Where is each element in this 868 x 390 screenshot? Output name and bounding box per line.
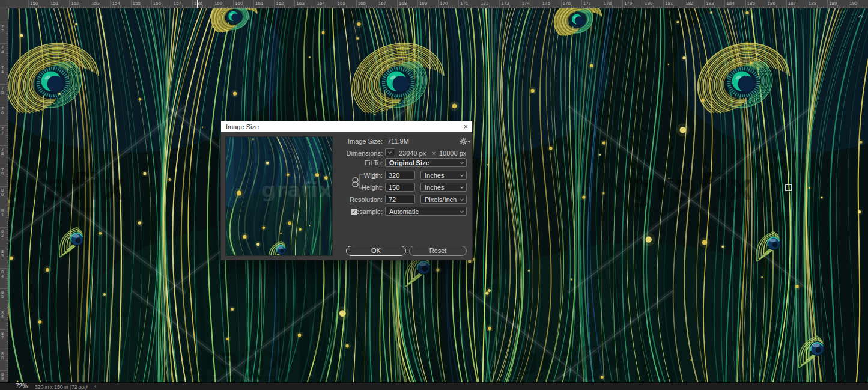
photoshop-window: 1501511521531541551561571581591601611621… xyxy=(0,0,868,390)
gear-menu-arrow-icon[interactable] xyxy=(468,141,470,143)
ruler-minor-tick xyxy=(797,5,797,8)
reset-button[interactable]: Reset xyxy=(409,246,467,256)
fit-to-select[interactable]: Original Size xyxy=(385,158,467,167)
ruler-tick-label: 171 xyxy=(460,1,468,6)
image-preview[interactable]: grafix xyxy=(225,136,333,256)
ruler-tick xyxy=(397,0,398,8)
ruler-minor-tick xyxy=(721,7,721,8)
ruler-minor-tick xyxy=(7,106,8,107)
width-unit-select[interactable]: Inches xyxy=(420,171,467,180)
ruler-minor-tick xyxy=(788,7,789,8)
gear-icon[interactable] xyxy=(459,137,467,145)
ruler-minor-tick xyxy=(51,7,52,8)
ruler-minor-tick xyxy=(378,7,379,8)
ruler-minor-tick xyxy=(714,5,715,8)
ruler-minor-tick xyxy=(7,276,8,277)
ruler-minor-tick xyxy=(249,7,250,8)
ruler-minor-tick xyxy=(583,7,584,8)
ruler-minor-tick xyxy=(252,7,252,8)
height-unit-select[interactable]: Inches xyxy=(420,183,467,192)
ruler-minor-tick xyxy=(756,5,756,8)
ruler-tick-label: 160 xyxy=(235,1,243,6)
status-prev-icon[interactable]: ‹ xyxy=(94,382,97,389)
ruler-minor-tick xyxy=(7,325,8,326)
ruler-minor-tick xyxy=(259,7,260,8)
ruler-minor-tick xyxy=(7,293,8,293)
ruler-minor-tick xyxy=(155,7,156,8)
ruler-minor-tick xyxy=(256,7,256,8)
ruler-minor-tick xyxy=(678,7,678,8)
ruler-tick xyxy=(0,248,8,248)
ruler-minor-tick xyxy=(6,156,8,156)
resolution-unit-select[interactable]: Pixels/Inch xyxy=(420,195,467,204)
resolution-input[interactable] xyxy=(385,195,415,204)
ruler-minor-tick xyxy=(596,7,596,8)
ruler-tick-label: 172 xyxy=(481,1,488,6)
ruler-minor-tick xyxy=(338,7,338,8)
ruler-minor-tick xyxy=(7,147,8,148)
ruler-minor-tick xyxy=(129,7,129,8)
ruler-minor-tick xyxy=(143,7,144,8)
ruler-tick-label: 162 xyxy=(276,1,284,6)
ruler-minor-tick xyxy=(307,7,308,8)
zoom-level-field[interactable]: 72% xyxy=(16,383,28,389)
ruler-minor-tick xyxy=(7,335,8,336)
width-input[interactable] xyxy=(385,171,415,180)
ruler-tick xyxy=(438,0,439,8)
ruler-minor-tick xyxy=(856,7,857,8)
svg-text:grafix: grafix xyxy=(628,166,754,208)
ruler-minor-tick xyxy=(712,7,713,8)
ruler-minor-tick xyxy=(7,68,8,69)
height-label: Height: xyxy=(362,184,383,192)
ruler-tick xyxy=(213,0,213,8)
ruler-minor-tick xyxy=(825,7,825,8)
ruler-minor-tick xyxy=(7,205,8,206)
ruler-minor-tick xyxy=(407,5,408,8)
svg-text:grafix: grafix xyxy=(517,341,624,376)
ruler-minor-tick xyxy=(7,364,8,365)
ruler-minor-tick xyxy=(325,5,326,8)
ruler-minor-tick xyxy=(47,7,47,8)
ruler-minor-tick xyxy=(436,7,437,8)
chevron-up-icon[interactable] xyxy=(859,10,862,21)
ruler-minor-tick xyxy=(88,7,88,8)
ruler-minor-tick xyxy=(7,348,8,349)
status-bar: 72% 320 in x 150 in (72 ppi) › ‹ xyxy=(0,382,868,390)
ruler-minor-tick xyxy=(593,7,594,8)
resample-select[interactable]: Automatic xyxy=(385,207,467,216)
close-icon[interactable]: × xyxy=(463,122,468,132)
height-input[interactable] xyxy=(385,183,415,192)
status-next-icon[interactable]: › xyxy=(86,382,88,389)
ruler-minor-tick xyxy=(7,119,8,120)
dimensions-chevron-button[interactable] xyxy=(385,148,395,156)
ruler-minor-tick xyxy=(317,7,318,8)
ruler-minor-tick xyxy=(768,7,768,8)
ruler-minor-tick xyxy=(471,7,472,8)
ruler-minor-tick xyxy=(446,7,447,8)
ruler-tick-label: 184 xyxy=(726,1,734,6)
ruler-minor-tick xyxy=(7,190,8,191)
chevron-down-icon[interactable] xyxy=(859,376,862,382)
ruler-minor-tick xyxy=(102,7,103,8)
ruler-minor-tick xyxy=(149,7,150,8)
ruler-tick xyxy=(0,125,8,126)
ruler-tick-label: 166 xyxy=(358,1,366,6)
ruler-minor-tick xyxy=(679,7,680,8)
ruler-minor-tick xyxy=(157,7,158,8)
ruler-minor-tick xyxy=(409,7,410,8)
ruler-corner[interactable] xyxy=(0,0,8,8)
ruler-horizontal[interactable]: 1501511521531541551561571581591601611621… xyxy=(8,0,868,8)
ruler-minor-tick xyxy=(235,7,235,8)
ruler-minor-tick xyxy=(59,5,59,8)
ruler-minor-tick xyxy=(512,7,512,8)
ruler-minor-tick xyxy=(7,219,8,219)
ruler-minor-tick xyxy=(837,5,838,8)
ruler-tick-label: 7 7 xyxy=(1,127,4,135)
dialog-titlebar[interactable]: Image Size × xyxy=(221,121,472,132)
ruler-minor-tick xyxy=(524,7,524,8)
ruler-minor-tick xyxy=(804,7,805,8)
ruler-tick-label: 156 xyxy=(153,1,161,6)
ruler-vertical[interactable]: 7 27 37 47 57 67 77 87 98 08 18 28 38 48… xyxy=(0,8,8,382)
ruler-minor-tick xyxy=(7,346,8,346)
ok-button[interactable]: OK xyxy=(346,246,406,256)
